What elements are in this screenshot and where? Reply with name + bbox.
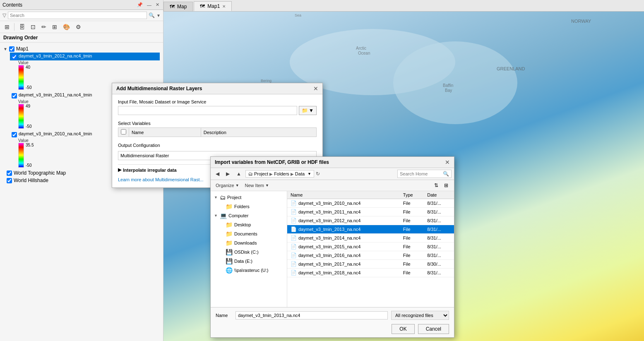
unc-icon: 🌐 — [226, 267, 233, 274]
tools-button[interactable]: ⚙ — [74, 22, 83, 31]
file-row[interactable]: 📄daymet_v3_tmin_2017_na.nc4 File 8/30/..… — [287, 260, 454, 269]
import-body: ▼ 🗂 Project 📁 Folders ▼ 💻 Computer 📁 Des… — [211, 191, 454, 307]
search-bar: ▽ 🔍 ▼ — [0, 10, 163, 21]
contents-toolbar: ⊞ 🗄 ⊡ ✏ ⊞ 🎨 ⚙ — [0, 21, 163, 33]
legend-2010-min: -50 — [26, 163, 34, 168]
tree-downloads[interactable]: 📁 Downloads — [211, 238, 287, 247]
file-row[interactable]: 📄daymet_v3_tmin_2011_na.nc4 File 8/31/..… — [287, 208, 454, 216]
file-name-input[interactable] — [235, 311, 388, 319]
layer-2010-checkbox[interactable] — [12, 132, 17, 137]
search-home-input[interactable] — [400, 171, 441, 176]
map-group-header[interactable]: ▼ Map1 — [3, 45, 160, 53]
organize-button[interactable]: Organize ▼ — [214, 182, 241, 189]
organize-label: Organize — [216, 183, 234, 188]
view-toggle-button[interactable]: ⊞ — [442, 181, 451, 190]
tree-project[interactable]: ▼ 🗂 Project — [211, 193, 287, 202]
tree-desktop[interactable]: 📁 Desktop — [211, 220, 287, 229]
import-footer: Name All recognized files OK Cancel — [211, 307, 454, 337]
tree-documents-label: Documents — [234, 231, 257, 236]
tree-data-e-label: Data (E:) — [234, 259, 252, 264]
refresh-button[interactable]: ↻ — [316, 171, 320, 177]
project-expand-arrow: ▼ — [214, 195, 218, 199]
computer-icon: 💻 — [220, 212, 227, 219]
layer-2012-checkbox[interactable] — [12, 54, 17, 60]
contents-search-input[interactable] — [8, 12, 147, 19]
tree-documents[interactable]: 📁 Documents — [211, 229, 287, 238]
pin-button[interactable]: 📌 — [136, 2, 144, 8]
select-button[interactable]: ⊡ — [29, 22, 38, 31]
tree-data-e[interactable]: 💾 Data (E:) — [211, 257, 287, 266]
file-row[interactable]: 📄daymet_v3_tmin_2010_na.nc4 File 8/31/..… — [287, 199, 454, 208]
import-close-button[interactable]: ✕ — [445, 159, 450, 165]
search-options-button[interactable]: ▼ — [156, 13, 161, 18]
database-button[interactable]: 🗄 — [17, 22, 27, 31]
back-button[interactable]: ◀ — [213, 170, 222, 178]
ok-button[interactable]: OK — [392, 324, 414, 334]
breadcrumb-dropdown-arrow[interactable]: ▼ — [308, 172, 311, 176]
amrl-close-button[interactable]: ✕ — [313, 86, 318, 91]
layer-world-hillshade-name: World Hillshade — [14, 178, 48, 183]
tab-map1[interactable]: 🗺 Map1 ✕ — [194, 1, 232, 11]
up-button[interactable]: ▲ — [234, 170, 244, 178]
file-row[interactable]: 📄daymet_v3_tmin_2013_na.nc4 File 8/31/..… — [287, 225, 454, 234]
tree-folders[interactable]: 📁 Folders — [211, 202, 287, 211]
tab-map[interactable]: 🗺 Map — [163, 2, 193, 11]
grid-button[interactable]: ⊞ — [50, 22, 59, 31]
layer-world-topo-checkbox[interactable] — [7, 170, 12, 176]
layer-2010-name: daymet_v3_tmin_2010_na.nc4_tmin — [19, 131, 92, 136]
forward-button[interactable]: ▶ — [223, 170, 232, 178]
file-row[interactable]: 📄daymet_v3_tmin_2014_na.nc4 File 8/31/..… — [287, 234, 454, 243]
search-button[interactable]: 🔍 — [149, 12, 155, 18]
toolbar-separator-1 — [14, 23, 14, 31]
col-name-header[interactable]: Name — [287, 191, 400, 199]
dialog-import: Import variables from NetCDF, GRIB or HD… — [210, 156, 454, 338]
amrl-title-bar: Add Multidimensional Raster Layers ✕ — [112, 83, 322, 94]
tree-unc-path[interactable]: 🌐 \\pa\rasteruc (U:) — [211, 266, 287, 275]
draw-button[interactable]: ✏ — [39, 22, 48, 31]
layer-2012[interactable]: daymet_v3_tmin_2012_na.nc4_tmin — [10, 53, 160, 60]
amrl-browse-button[interactable]: 📁 ▼ — [299, 106, 317, 115]
tree-osdisk[interactable]: 💾 OSDisk (C:) — [211, 247, 287, 257]
name-row: Name All recognized files — [216, 311, 449, 320]
file-icon: 📄 — [291, 200, 297, 206]
footer-buttons: OK Cancel — [216, 324, 449, 334]
file-row[interactable]: 📄daymet_v3_tmin_2018_na.nc4 File 8/31/..… — [287, 269, 454, 277]
col-date-header[interactable]: Date — [424, 191, 454, 199]
close-panel-button[interactable]: ✕ — [154, 2, 161, 8]
amrl-file-input[interactable] — [118, 106, 297, 115]
new-item-button[interactable]: New Item ▼ — [243, 182, 271, 189]
breadcrumb-path: 🗂 Project ▶ Folders ▶ Data ▼ — [245, 170, 314, 178]
layer-2011-checkbox[interactable] — [12, 93, 17, 98]
select-all-vars-checkbox[interactable] — [121, 129, 126, 134]
name-field-label: Name — [216, 313, 232, 318]
legend-2010-max: 35.5 — [26, 143, 34, 147]
col-type-header[interactable]: Type — [400, 191, 424, 199]
osdisk-icon: 💾 — [226, 249, 233, 255]
cancel-button[interactable]: Cancel — [418, 324, 449, 334]
layer-world-hillshade-checkbox[interactable] — [7, 178, 12, 183]
file-row[interactable]: 📄daymet_v3_tmin_2016_na.nc4 File 8/31/..… — [287, 251, 454, 260]
learn-more-link[interactable]: Learn more about Multidimensional Rast..… — [118, 177, 204, 182]
expand-arrow: ▼ — [3, 47, 7, 51]
sort-button[interactable]: ⇅ — [432, 181, 441, 190]
variables-section: Select Variables Name Description — [118, 121, 317, 137]
file-row[interactable]: 📄daymet_v3_tmin_2015_na.nc4 File 8/31/..… — [287, 243, 454, 251]
paint-button[interactable]: 🎨 — [61, 22, 72, 31]
tree-computer[interactable]: ▼ 💻 Computer — [211, 211, 287, 220]
legend-2012-min: -50 — [26, 85, 31, 90]
tab-close-button[interactable]: ✕ — [222, 4, 226, 9]
variables-label: Select Variables — [118, 121, 317, 126]
file-type-select[interactable]: All recognized files — [391, 311, 449, 320]
layer-2011-name: daymet_v3_tmin_2011_na.nc4_tmin — [19, 92, 92, 97]
svg-text:Arctic: Arctic — [356, 46, 366, 50]
files-table: Name Type Date 📄daymet_v3_tmin_2010_na.n… — [287, 191, 454, 277]
file-row[interactable]: 📄daymet_v3_tmin_2012_na.nc4 File 8/31/..… — [287, 216, 454, 225]
breadcrumb-part2: Folders — [274, 171, 289, 176]
svg-text:NORWAY: NORWAY — [571, 19, 591, 24]
file-icon: 📄 — [291, 261, 297, 267]
map-group-checkbox[interactable] — [9, 46, 14, 52]
add-layer-button[interactable]: ⊞ — [2, 22, 12, 31]
search-home-box: 🔍 — [397, 170, 452, 178]
tree-computer-label: Computer — [228, 213, 248, 218]
minimize-button[interactable]: — — [146, 2, 153, 8]
